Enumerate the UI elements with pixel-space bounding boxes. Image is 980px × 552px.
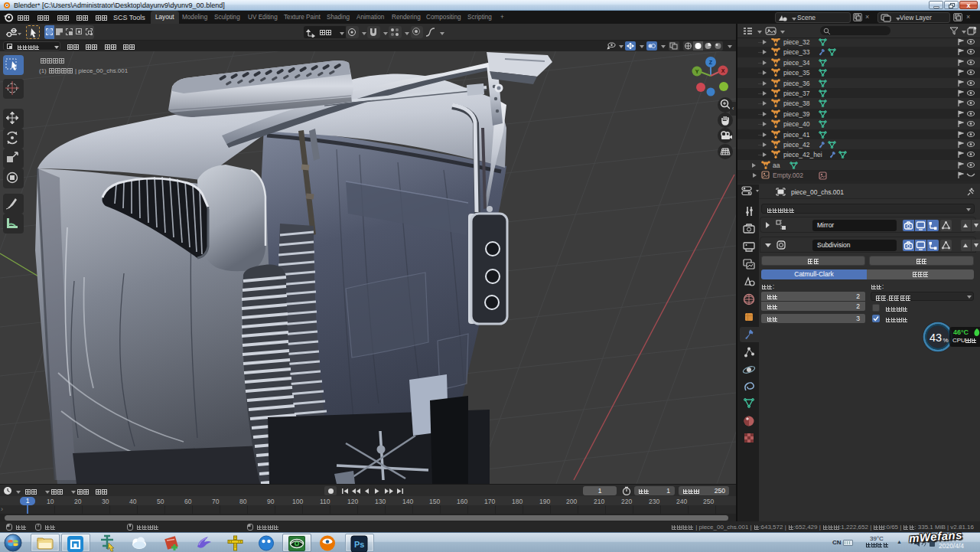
svg-text:Ps: Ps [354,540,364,549]
svg-text:Y: Y [695,69,699,74]
svg-text:%: % [943,337,948,344]
svg-text:X: X [721,68,725,73]
svg-text:Z: Z [709,60,713,65]
svg-text:43: 43 [930,332,942,344]
